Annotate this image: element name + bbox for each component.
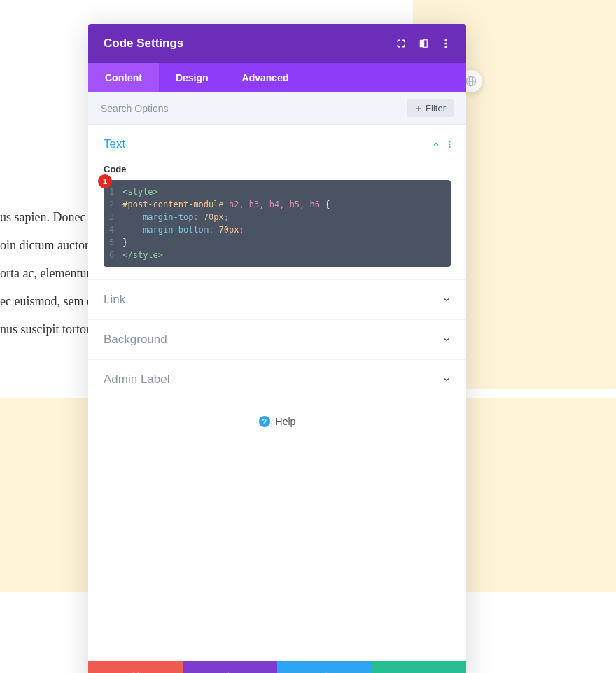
kebab-menu-icon[interactable]	[441, 39, 451, 48]
bg-line: nus suscipit tortor	[0, 315, 98, 343]
search-row: Search Options Filter	[88, 92, 466, 125]
header-actions	[396, 39, 451, 48]
svg-rect-4	[424, 40, 428, 48]
confirm-button[interactable]	[372, 661, 466, 673]
panel-body: Text Code 1 1 2 3 4 5 6	[88, 125, 466, 661]
section-title-background: Background	[104, 333, 167, 347]
chevron-down-icon	[442, 296, 451, 304]
bg-line: us sapien. Donec p	[0, 203, 98, 231]
svg-point-11	[449, 144, 450, 145]
annotation-badge: 1	[98, 174, 112, 188]
section-background[interactable]: Background	[88, 319, 466, 359]
svg-point-12	[449, 146, 450, 148]
section-title-text: Text	[104, 137, 125, 151]
background-body-text: us sapien. Donec p oin dictum auctor n o…	[0, 203, 98, 343]
expand-icon[interactable]	[396, 39, 406, 48]
svg-rect-3	[420, 40, 424, 48]
undo-button[interactable]	[183, 661, 277, 673]
redo-button[interactable]	[277, 661, 372, 673]
kebab-menu-icon[interactable]	[449, 140, 451, 148]
tab-design[interactable]: Design	[159, 63, 225, 92]
svg-point-10	[449, 141, 450, 142]
code-label: Code	[88, 158, 466, 180]
svg-point-5	[444, 39, 447, 41]
code-content: <style> #post-content-module h2, h3, h4,…	[120, 180, 451, 267]
search-input[interactable]: Search Options	[101, 103, 169, 114]
section-title-admin-label: Admin Label	[104, 373, 170, 387]
code-editor-wrap: 1 1 2 3 4 5 6 <style> #post-content-modu…	[104, 180, 451, 267]
footer-actions	[88, 661, 466, 673]
bg-line: ec euismod, sem et	[0, 287, 98, 315]
gutter: 1 2 3 4 5 6	[104, 180, 120, 267]
section-title-link: Link	[104, 293, 125, 307]
help-label: Help	[276, 416, 296, 427]
bg-line: oin dictum auctor n	[0, 231, 98, 259]
tab-content[interactable]: Content	[88, 63, 159, 92]
spacer	[88, 444, 466, 661]
modal-title: Code Settings	[104, 36, 183, 50]
tab-advanced[interactable]: Advanced	[225, 63, 306, 92]
filter-button[interactable]: Filter	[407, 99, 454, 117]
cancel-button[interactable]	[88, 661, 183, 673]
chevron-down-icon	[442, 375, 451, 384]
svg-point-7	[444, 46, 447, 48]
filter-label: Filter	[426, 103, 446, 113]
section-link[interactable]: Link	[88, 279, 466, 319]
section-text-header[interactable]: Text	[88, 125, 466, 158]
help-icon: ?	[259, 416, 270, 427]
chevron-down-icon	[442, 335, 451, 344]
bg-line: orta ac, elementum	[0, 259, 98, 287]
svg-point-6	[444, 42, 447, 44]
section-admin-label[interactable]: Admin Label	[88, 359, 466, 399]
columns-icon[interactable]	[419, 39, 428, 48]
code-settings-modal: Code Settings Content Design Advanced Se…	[88, 24, 466, 673]
tabs: Content Design Advanced	[88, 63, 466, 92]
code-editor[interactable]: 1 2 3 4 5 6 <style> #post-content-module…	[104, 180, 451, 267]
chevron-up-icon[interactable]	[432, 140, 440, 148]
help-row[interactable]: ? Help	[88, 399, 466, 444]
modal-header: Code Settings	[88, 24, 466, 63]
